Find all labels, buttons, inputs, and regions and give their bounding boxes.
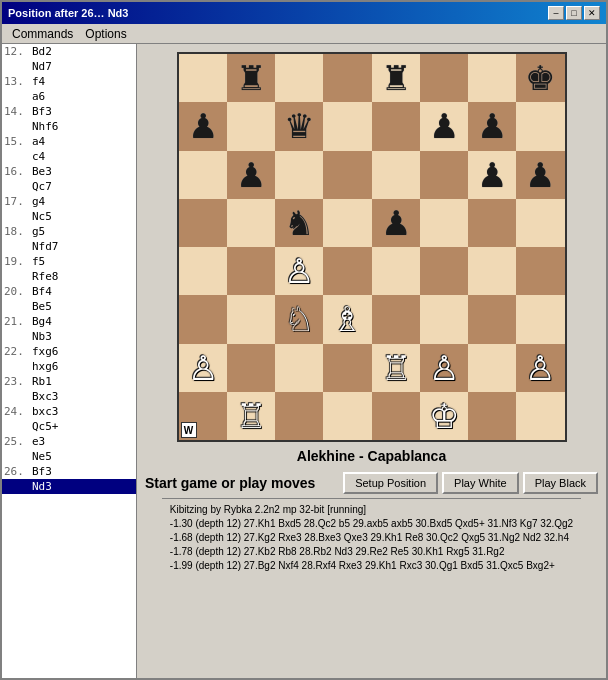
board-cell[interactable]: ♟ [227,151,275,199]
board-cell[interactable] [227,247,275,295]
close-button[interactable]: ✕ [584,6,600,20]
board-cell[interactable]: ♖ [227,392,275,440]
board-cell[interactable] [323,392,371,440]
board-cell[interactable]: ♟ [468,151,516,199]
move-row[interactable]: Nd7 [2,59,136,74]
board-cell[interactable] [227,199,275,247]
move-row[interactable]: a6 [2,89,136,104]
board-cell[interactable] [275,392,323,440]
board-cell[interactable] [179,54,227,102]
move-row[interactable]: Nb3 [2,329,136,344]
board-cell[interactable] [516,102,564,150]
board-cell[interactable] [275,344,323,392]
move-row[interactable]: 23.Rb1 [2,374,136,389]
move-row[interactable]: Nc5 [2,209,136,224]
move-row[interactable]: 12.Bd2 [2,44,136,59]
board-cell[interactable] [468,295,516,343]
board-cell[interactable]: ♘ [275,295,323,343]
board-cell[interactable] [420,54,468,102]
board-cell[interactable] [420,151,468,199]
board-cell[interactable] [179,247,227,295]
moves-panel[interactable]: 12.Bd2Nd713.f4a614.Bf3Nhf615.a4c416.Be3Q… [2,44,137,678]
board-cell[interactable]: ♚ [516,54,564,102]
board-cell[interactable] [516,199,564,247]
move-row[interactable]: Rfe8 [2,269,136,284]
board-cell[interactable] [179,151,227,199]
move-row[interactable]: 17.g4 [2,194,136,209]
move-row[interactable]: 24.bxc3 [2,404,136,419]
board-cell[interactable] [372,102,420,150]
move-row[interactable]: Be5 [2,299,136,314]
board-cell[interactable]: ♟ [179,102,227,150]
move-row[interactable]: 21.Bg4 [2,314,136,329]
board-cell[interactable] [323,151,371,199]
board-cell[interactable] [227,295,275,343]
board-cell[interactable] [516,392,564,440]
board-cell[interactable] [372,392,420,440]
board-cell[interactable]: ♖ [372,344,420,392]
commands-menu[interactable]: Commands [6,25,79,43]
move-row[interactable]: Ne5 [2,449,136,464]
board-cell[interactable] [420,247,468,295]
board-cell[interactable]: ♞ [275,199,323,247]
options-menu[interactable]: Options [79,25,132,43]
board-cell[interactable] [275,151,323,199]
board-cell[interactable] [372,151,420,199]
board-cell[interactable]: ♗ [323,295,371,343]
board-cell[interactable] [323,102,371,150]
board-cell[interactable] [420,199,468,247]
board-cell[interactable] [323,247,371,295]
board-cell[interactable]: ♟ [372,199,420,247]
board-cell[interactable] [179,199,227,247]
board-cell[interactable] [179,295,227,343]
move-row[interactable]: 22.fxg6 [2,344,136,359]
move-row[interactable]: 19.f5 [2,254,136,269]
board-cell[interactable] [420,295,468,343]
chess-board[interactable]: ♜♜♚♟♛♟♟♟♟♟♞♟♙♘♗♙♖♙♙♖♔ [177,52,567,442]
move-row[interactable]: Qc7 [2,179,136,194]
board-cell[interactable] [275,54,323,102]
setup-position-button[interactable]: Setup Position [343,472,438,494]
move-row[interactable]: 14.Bf3 [2,104,136,119]
move-row[interactable]: Nfd7 [2,239,136,254]
board-cell[interactable] [372,247,420,295]
move-row[interactable]: Bxc3 [2,389,136,404]
board-cell[interactable]: ♜ [372,54,420,102]
board-cell[interactable] [227,344,275,392]
board-cell[interactable]: ♛ [275,102,323,150]
board-cell[interactable] [468,392,516,440]
board-cell[interactable]: ♟ [420,102,468,150]
move-row[interactable]: Nhf6 [2,119,136,134]
board-cell[interactable] [516,247,564,295]
play-white-button[interactable]: Play White [442,472,519,494]
move-row[interactable]: 15.a4 [2,134,136,149]
board-cell[interactable] [468,247,516,295]
board-cell[interactable] [468,199,516,247]
board-cell[interactable] [323,54,371,102]
move-row[interactable]: Nd3 [2,479,136,494]
play-black-button[interactable]: Play Black [523,472,598,494]
move-row[interactable]: 26.Bf3 [2,464,136,479]
board-cell[interactable] [372,295,420,343]
move-row[interactable]: 13.f4 [2,74,136,89]
move-row[interactable]: hxg6 [2,359,136,374]
move-row[interactable]: 25.e3 [2,434,136,449]
move-row[interactable]: 16.Be3 [2,164,136,179]
maximize-button[interactable]: □ [566,6,582,20]
move-row[interactable]: Qc5+ [2,419,136,434]
board-cell[interactable] [227,102,275,150]
board-cell[interactable]: ♜ [227,54,275,102]
board-cell[interactable]: ♟ [516,151,564,199]
board-cell[interactable] [323,344,371,392]
board-cell[interactable]: ♙ [179,344,227,392]
minimize-button[interactable]: – [548,6,564,20]
board-cell[interactable]: ♙ [516,344,564,392]
board-cell[interactable]: ♙ [420,344,468,392]
board-cell[interactable] [323,199,371,247]
board-cell[interactable]: ♙ [275,247,323,295]
move-row[interactable]: 20.Bf4 [2,284,136,299]
board-cell[interactable]: ♟ [468,102,516,150]
move-row[interactable]: 18.g5 [2,224,136,239]
board-cell[interactable] [468,344,516,392]
board-cell[interactable]: ♔ [420,392,468,440]
